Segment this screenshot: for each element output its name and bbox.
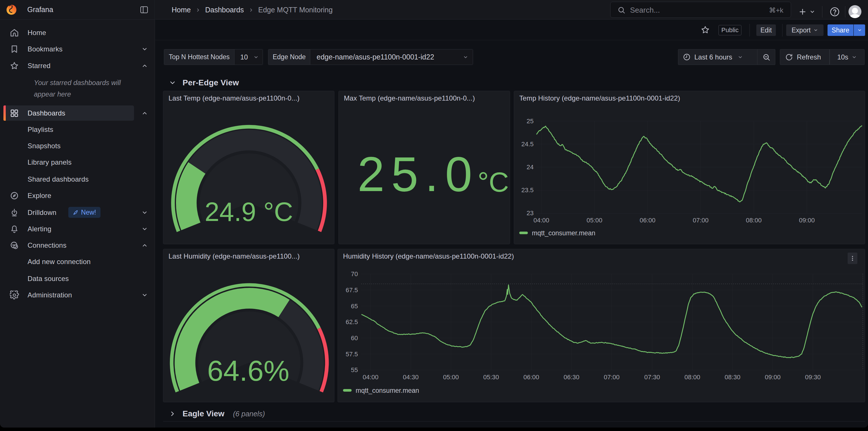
svg-text:57.5: 57.5 [346,350,358,358]
svg-text:24: 24 [527,164,534,171]
svg-text:06:00: 06:00 [523,374,539,381]
svg-text:mqtt_consumer.mean: mqtt_consumer.mean [355,387,419,394]
svg-text:04:30: 04:30 [403,374,418,381]
svg-text:64.6%: 64.6% [207,354,289,387]
svg-text:25: 25 [527,117,534,125]
svg-text:62.5: 62.5 [346,318,358,325]
svg-text:07:30: 07:30 [644,374,660,381]
svg-text:70: 70 [351,270,358,278]
svg-text:23: 23 [527,209,534,217]
svg-text:08:30: 08:30 [724,374,740,381]
svg-text:05:00: 05:00 [443,374,459,381]
svg-text:06:00: 06:00 [640,217,655,224]
svg-text:06:30: 06:30 [563,374,579,381]
svg-text:08:00: 08:00 [684,374,700,381]
svg-text:mqtt_consumer.mean: mqtt_consumer.mean [532,229,595,237]
svg-text:08:00: 08:00 [746,217,762,224]
svg-text:60: 60 [351,335,358,342]
svg-text:23.5: 23.5 [521,186,534,194]
svg-text:05:00: 05:00 [586,217,602,224]
svg-text:24.9 °C: 24.9 °C [205,197,293,226]
svg-text:09:00: 09:00 [799,217,815,224]
svg-text:09:30: 09:30 [805,374,820,381]
svg-text:05:30: 05:30 [483,374,499,381]
svg-text:24.5: 24.5 [521,141,534,148]
svg-text:55: 55 [351,366,358,374]
svg-text:09:00: 09:00 [765,374,780,381]
svg-text:04:00: 04:00 [363,374,378,381]
svg-text:07:00: 07:00 [603,374,619,381]
svg-text:65: 65 [351,303,358,310]
svg-text:07:00: 07:00 [693,217,708,224]
svg-text:67.5: 67.5 [346,286,358,294]
svg-text:04:00: 04:00 [533,217,549,224]
